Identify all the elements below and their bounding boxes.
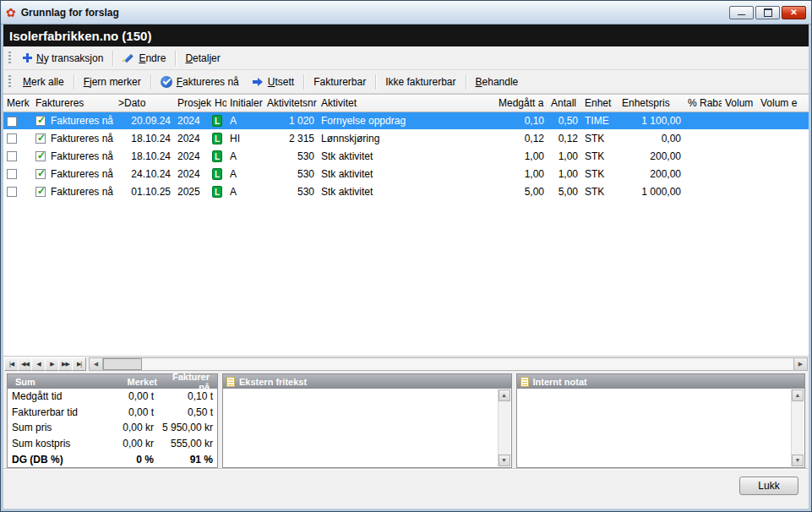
- column-header-aktivitetsnr[interactable]: Aktivitetsnr: [264, 95, 318, 112]
- scroll-up-icon[interactable]: ▲: [499, 389, 510, 401]
- table-row[interactable]: Faktureres nå 01.10.25 2025 L A 530 Stk …: [3, 182, 809, 200]
- scroll-down-icon[interactable]: ▼: [499, 455, 510, 466]
- volum-enhet-cell: [757, 112, 809, 129]
- first-record-button[interactable]: |◀: [4, 357, 19, 371]
- dato-cell: 01.10.25: [115, 182, 174, 200]
- column-header-dato[interactable]: >Dato: [115, 95, 174, 112]
- merk-checkbox[interactable]: [7, 151, 17, 161]
- column-header-volum[interactable]: Volum: [722, 95, 757, 112]
- column-header-volum-enhet[interactable]: Volum e: [757, 95, 809, 112]
- column-header-merk[interactable]: Merk: [3, 95, 32, 112]
- toolbar-grip[interactable]: [8, 52, 11, 65]
- rewind-records-button[interactable]: ◀◀: [18, 357, 32, 371]
- aktivitet-cell: Stk aktivitet: [318, 147, 495, 165]
- vertical-scrollbar[interactable]: ▲ ▼: [791, 389, 804, 466]
- maximize-button[interactable]: [755, 6, 780, 19]
- ho-icon: L: [212, 186, 222, 198]
- enhetspris-cell: 200,00: [619, 147, 684, 165]
- toolbar-separator: [466, 74, 466, 90]
- merk-checkbox[interactable]: [7, 187, 17, 197]
- customer-header: Isolerfabrikken.no (150): [3, 25, 809, 46]
- last-record-button[interactable]: ▶|: [72, 357, 86, 371]
- faktureres-checkbox[interactable]: [35, 151, 46, 161]
- volum-cell: [722, 112, 757, 129]
- not-billable-button[interactable]: Ikke fakturerbar: [379, 74, 462, 90]
- process-button[interactable]: Behandle: [469, 74, 526, 90]
- close-window-button[interactable]: [782, 6, 806, 19]
- forward-records-button[interactable]: ▶▶: [58, 357, 73, 371]
- column-header-faktureres[interactable]: Faktureres: [32, 95, 115, 112]
- aktivitet-cell: Fornyelse oppdrag: [318, 112, 495, 129]
- previous-record-button[interactable]: ◀: [31, 357, 46, 371]
- clear-marks-label: Fjern merker: [84, 76, 141, 88]
- ho-icon: L: [212, 168, 222, 180]
- toolbar-grip[interactable]: [8, 75, 11, 89]
- sum-row-label: DG (DB %): [12, 454, 93, 466]
- sum-row-marked-value: 0,00 t: [96, 406, 154, 418]
- sum-panel-header: Sum Merket Fakturer nå: [8, 374, 217, 389]
- column-header-aktivitet[interactable]: Aktivitet: [318, 95, 495, 112]
- merk-checkbox[interactable]: [7, 169, 17, 179]
- external-text-input[interactable]: ▲ ▼: [223, 389, 511, 467]
- horizontal-scrollbar[interactable]: ◀ ▶: [89, 357, 808, 371]
- invoice-now-button[interactable]: Faktureres nå: [154, 74, 246, 90]
- table-row[interactable]: Faktureres nå 18.10.24 2024 L HI 2 315 L…: [3, 129, 809, 147]
- sum-col-merket: Merket: [100, 377, 157, 387]
- next-record-button[interactable]: ▶: [45, 357, 59, 371]
- sum-row-sum-kostpris: Sum kostpris 0,00 kr 555,00 kr: [8, 436, 217, 452]
- new-transaction-button[interactable]: Ny transaksjon: [16, 50, 110, 67]
- mark-all-button[interactable]: Merk alle: [16, 74, 71, 90]
- faktureres-checkbox[interactable]: [35, 187, 46, 197]
- faktureres-checkbox[interactable]: [35, 116, 46, 126]
- postpone-button[interactable]: Utsett: [246, 74, 301, 90]
- volum-enhet-cell: [757, 129, 809, 147]
- faktureres-status: Faktureres nå: [51, 115, 113, 127]
- table-row[interactable]: Faktureres nå 20.09.24 2024 L A 1 020 Fo…: [3, 112, 809, 129]
- table-row[interactable]: Faktureres nå 18.10.24 2024 L A 530 Stk …: [3, 147, 809, 165]
- titlebar[interactable]: ✿ Grunnlag for forslag: [1, 1, 811, 25]
- details-button[interactable]: Detaljer: [178, 50, 226, 67]
- arrow-right-icon: [253, 77, 264, 87]
- column-header-enhetspris[interactable]: Enhetspris: [619, 95, 684, 112]
- column-header-enhet[interactable]: Enhet: [581, 95, 619, 112]
- faktureres-status: Faktureres nå: [51, 150, 113, 162]
- merk-checkbox[interactable]: [7, 133, 17, 144]
- column-header-initialer[interactable]: Initialer: [226, 95, 264, 112]
- volum-enhet-cell: [757, 182, 809, 200]
- external-text-title: Ekstern fritekst: [239, 377, 307, 387]
- sum-row-invoice-value: 555,00 kr: [157, 438, 213, 449]
- scroll-right-icon[interactable]: ▶: [793, 358, 807, 370]
- note-icon: [520, 377, 529, 387]
- sum-row-marked-value: 0,00 kr: [96, 438, 154, 449]
- scroll-down-icon[interactable]: ▼: [792, 455, 804, 466]
- volum-cell: [722, 165, 757, 182]
- close-button[interactable]: Lukk: [739, 477, 798, 495]
- minimize-button[interactable]: [729, 6, 754, 19]
- enhetspris-cell: 1 000,00: [619, 182, 684, 200]
- column-header-medgatt[interactable]: Medgått a: [495, 95, 548, 112]
- column-header-antall[interactable]: Antall: [548, 95, 581, 112]
- enhetspris-cell: 200,00: [619, 165, 684, 182]
- vertical-scrollbar[interactable]: ▲ ▼: [498, 389, 510, 466]
- faktureres-checkbox[interactable]: [35, 133, 46, 144]
- scroll-up-icon[interactable]: ▲: [792, 389, 804, 401]
- edit-button[interactable]: Endre: [116, 50, 172, 67]
- billable-label: Fakturerbar: [313, 76, 366, 88]
- sum-row-dg-db: DG (DB %) 0 % 91 %: [8, 451, 217, 467]
- postpone-label: Utsett: [268, 76, 294, 88]
- billable-button[interactable]: Fakturerbar: [307, 74, 373, 90]
- dialog-footer: Lukk: [3, 468, 809, 509]
- column-header-rabatt[interactable]: % Raba: [684, 95, 722, 112]
- column-header-ho[interactable]: Ho: [211, 95, 226, 112]
- internal-note-input[interactable]: ▲ ▼: [517, 389, 805, 467]
- scrollbar-track[interactable]: [142, 358, 793, 370]
- volum-enhet-cell: [757, 165, 809, 182]
- scroll-left-icon[interactable]: ◀: [90, 358, 103, 370]
- faktureres-checkbox[interactable]: [35, 169, 46, 179]
- column-header-prosjekt[interactable]: Prosjekt: [174, 95, 211, 112]
- scrollbar-thumb[interactable]: [103, 358, 142, 370]
- table-row[interactable]: Faktureres nå 24.10.24 2024 L A 530 Stk …: [3, 165, 809, 182]
- clear-marks-button[interactable]: Fjern merker: [77, 74, 148, 90]
- merk-checkbox[interactable]: [7, 117, 17, 127]
- aktivitet-cell: Lønnskjøring: [318, 129, 495, 147]
